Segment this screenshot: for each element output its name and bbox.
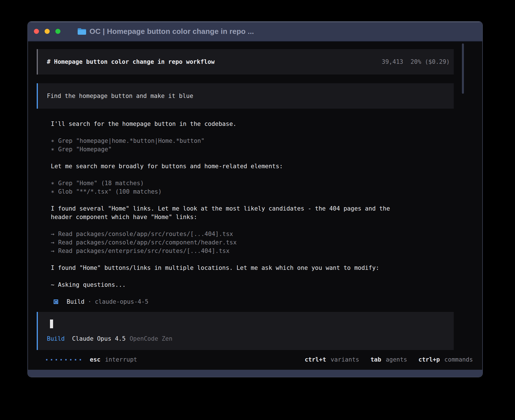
text-cursor xyxy=(50,320,53,328)
terminal-window: OC | Homepage button color change in rep… xyxy=(27,21,483,377)
tool-call-text: Read packages/enterprise/src/routes/[...… xyxy=(58,247,230,255)
tool-call-text: Glob "**/*.tsx" (100 matches) xyxy=(58,187,162,196)
arrow-right-icon: → xyxy=(51,238,58,247)
build-agent-icon xyxy=(54,299,58,304)
token-count: 39,413 xyxy=(382,58,403,66)
tool-call: ∗ Grep "Home" (18 matches) xyxy=(51,179,455,187)
tool-call: → Read packages/enterprise/src/routes/[.… xyxy=(51,247,455,255)
folder-icon xyxy=(77,28,86,35)
assistant-text: I'll search for the homepage button in t… xyxy=(51,120,455,128)
asterisk-icon: ∗ xyxy=(51,145,58,154)
esc-key: esc xyxy=(90,355,101,364)
assistant-activity: ~ Asking questions... xyxy=(51,281,455,289)
window-titlebar[interactable]: OC | Homepage button color change in rep… xyxy=(28,22,482,41)
tool-call-group: → Read packages/console/app/src/routes/[… xyxy=(51,230,455,255)
tool-call-text: Read packages/console/app/src/component/… xyxy=(58,238,237,247)
shortcut-variants: ctrl+t variants xyxy=(305,355,359,364)
shortcut-label: variants xyxy=(331,355,359,364)
minimize-window-button[interactable] xyxy=(45,29,50,34)
traffic-lights xyxy=(34,29,60,34)
session-header: # Homepage button color change in repo w… xyxy=(37,49,454,75)
tool-call: ∗ Grep "Homepage" xyxy=(51,145,455,154)
provider-name: OpenCode Zen xyxy=(130,334,173,343)
shortcut-interrupt: esc interrupt xyxy=(90,355,137,364)
shortcut-key: ctrl+p xyxy=(418,355,440,364)
tool-call-text: Grep "Homepage" xyxy=(58,145,112,154)
shortcut-label: commands xyxy=(444,355,473,364)
input-status-line: Build Claude Opus 4.5 OpenCode Zen xyxy=(47,334,173,343)
tool-call: → Read packages/console/app/src/componen… xyxy=(51,238,455,247)
model-id: claude-opus-4-5 xyxy=(95,298,149,306)
asterisk-icon: ∗ xyxy=(51,137,58,145)
asterisk-icon: ∗ xyxy=(51,179,58,187)
conversation: I'll search for the homepage button in t… xyxy=(51,120,455,314)
context-usage: 20% ($0.29) xyxy=(411,58,450,66)
window-title: OC | Homepage button color change in rep… xyxy=(90,27,254,36)
tool-call: ∗ Glob "**/*.tsx" (100 matches) xyxy=(51,187,455,196)
tool-call: ∗ Grep "homepage|home.*button|Home.*butt… xyxy=(51,137,455,145)
tool-call: → Read packages/console/app/src/routes/[… xyxy=(51,230,455,238)
session-title: # Homepage button color change in repo w… xyxy=(47,58,215,66)
prompt-input[interactable]: Build Claude Opus 4.5 OpenCode Zen xyxy=(37,312,454,350)
session-stats: 39,413 20% ($0.29) xyxy=(382,58,450,66)
shortcut-key: ctrl+t xyxy=(305,355,326,364)
status-bar: esc interrupt ctrl+t variants tab agents… xyxy=(28,355,482,364)
shortcut-key: tab xyxy=(370,355,381,364)
asterisk-icon: ∗ xyxy=(51,187,58,196)
arrow-right-icon: → xyxy=(51,247,58,255)
shortcut-label: agents xyxy=(386,355,407,364)
tool-call-text: Grep "homepage|home.*button|Home.*button… xyxy=(58,137,204,145)
shortcut-commands: ctrl+p commands xyxy=(418,355,473,364)
tool-call-group: ∗ Grep "Home" (18 matches) ∗ Glob "**/*.… xyxy=(51,179,455,196)
separator-dot: · xyxy=(88,298,91,306)
assistant-text: I found several "Home" links. Let me loo… xyxy=(51,204,455,221)
agent-selector[interactable]: Build xyxy=(47,334,65,343)
zoom-window-button[interactable] xyxy=(55,29,60,34)
agent-name: Build xyxy=(67,298,84,306)
assistant-text: I found "Home" buttons/links in multiple… xyxy=(51,264,455,272)
model-name: Claude Opus 4.5 xyxy=(72,334,126,343)
shortcut-agents: tab agents xyxy=(370,355,407,364)
shortcut-list: ctrl+t variants tab agents ctrl+p comman… xyxy=(305,355,473,364)
scrollbar-thumb[interactable] xyxy=(462,43,464,94)
esc-label: interrupt xyxy=(105,355,137,364)
desktop-background: OC | Homepage button color change in rep… xyxy=(0,0,515,420)
window-bottom-edge xyxy=(28,370,482,377)
title-group: OC | Homepage button color change in rep… xyxy=(77,27,254,36)
assistant-text: Let me search more broadly for buttons a… xyxy=(51,162,455,170)
close-window-button[interactable] xyxy=(34,29,39,34)
terminal-content: # Homepage button color change in repo w… xyxy=(28,42,482,370)
user-message-text: Find the homepage button and make it blu… xyxy=(47,92,193,100)
tool-call-group: ∗ Grep "homepage|home.*button|Home.*butt… xyxy=(51,137,455,154)
tool-call-text: Read packages/console/app/src/routes/[..… xyxy=(58,230,233,238)
tool-call-text: Grep "Home" (18 matches) xyxy=(58,179,144,187)
activity-spinner xyxy=(46,359,81,360)
user-message: Find the homepage button and make it blu… xyxy=(37,83,454,109)
agent-status: Build · claude-opus-4-5 xyxy=(51,298,455,306)
arrow-right-icon: → xyxy=(51,230,58,238)
